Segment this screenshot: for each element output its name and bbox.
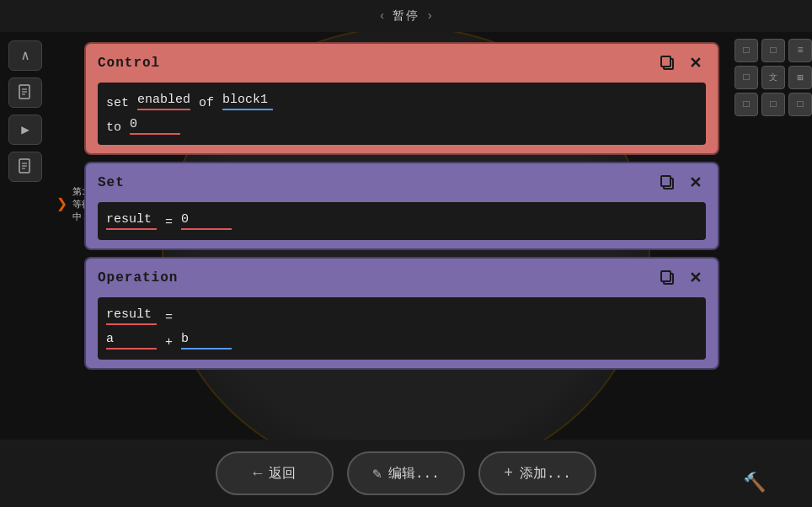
operation-card-actions: ✕ (657, 267, 706, 289)
operation-line-1: result = (106, 307, 697, 325)
right-btn-8[interactable]: □ (788, 93, 812, 116)
add-label: 添加... (520, 465, 571, 483)
svg-rect-13 (661, 271, 670, 281)
control-to-word: to (106, 120, 121, 135)
control-close-button[interactable]: ✕ (684, 52, 706, 74)
document-button[interactable] (8, 77, 42, 108)
control-card-actions: ✕ (657, 52, 706, 74)
arrow-left-icon: ‹ (379, 9, 386, 23)
operation-card-body: result = a + b (98, 297, 706, 360)
operation-close-button[interactable]: ✕ (684, 267, 706, 289)
operation-copy-button[interactable] (657, 267, 679, 289)
control-line-1: set enabled of block1 (106, 93, 697, 110)
back-icon: ← (254, 465, 263, 482)
control-value-field[interactable]: 0 (130, 117, 180, 135)
edit-button[interactable]: ✎ 编辑... (347, 451, 465, 495)
pause-title: 暂停 (393, 8, 419, 24)
control-card: Control ✕ set enabled of block1 to (84, 42, 719, 155)
play-button[interactable]: ▶ (8, 115, 42, 145)
set-equals-word: = (165, 216, 173, 230)
set-card-title: Set (98, 175, 125, 190)
top-bar: ‹ 暂停 › (0, 0, 812, 32)
add-icon: + (504, 465, 513, 482)
control-set-word: set (106, 96, 129, 110)
operation-b-field[interactable]: b (181, 332, 232, 350)
svg-rect-11 (661, 176, 670, 186)
arrow-right-icon: › (426, 9, 433, 23)
edit-label: 编辑... (388, 465, 440, 483)
operation-line-2: a + b (106, 332, 697, 350)
set-result-field[interactable]: result (106, 212, 157, 230)
operation-a-field[interactable]: a (106, 332, 157, 350)
control-enabled-field[interactable]: enabled (137, 93, 190, 110)
right-btn-5[interactable]: ⊞ (788, 66, 812, 89)
control-copy-button[interactable] (657, 52, 679, 74)
right-btn-6[interactable]: □ (735, 93, 758, 116)
set-card-body: result = 0 (98, 202, 706, 240)
set-close-button[interactable]: ✕ (684, 172, 706, 194)
set-card-actions: ✕ (657, 172, 706, 194)
back-button[interactable]: ← 返回 (216, 451, 334, 495)
right-btn-7[interactable]: □ (761, 93, 785, 116)
right-btn-4[interactable]: 文 (761, 66, 785, 89)
document2-button[interactable] (8, 152, 42, 182)
control-line-2: to 0 (106, 117, 697, 135)
set-card: Set ✕ result = 0 (84, 162, 719, 250)
operation-result-field[interactable]: result (106, 307, 157, 325)
control-card-title: Control (98, 56, 160, 71)
set-line-1: result = 0 (106, 212, 697, 230)
panels-container: Control ✕ set enabled of block1 to (84, 32, 719, 380)
right-btn-1[interactable]: □ (761, 39, 785, 62)
add-button[interactable]: + 添加... (478, 451, 596, 495)
control-block1-field[interactable]: block1 (222, 93, 273, 110)
set-value-field[interactable]: 0 (181, 212, 232, 230)
right-btn-2[interactable]: ≡ (788, 39, 812, 62)
set-copy-button[interactable] (657, 172, 679, 194)
right-panel: □ □ ≡ □ 文 ⊞ □ □ □ (728, 32, 812, 123)
control-of-word: of (199, 96, 214, 110)
edit-icon: ✎ (372, 464, 382, 483)
hammer-icon[interactable]: 🔨 (743, 472, 766, 494)
chevron-up-button[interactable]: ∧ (8, 40, 42, 71)
operation-card: Operation ✕ result = a + b (84, 257, 719, 370)
right-btn-0[interactable]: □ (735, 39, 758, 62)
bottom-bar: ← 返回 ✎ 编辑... + 添加... (0, 440, 812, 507)
right-btn-3[interactable]: □ (735, 66, 758, 89)
operation-card-title: Operation (98, 270, 178, 286)
operation-plus-word: + (165, 335, 173, 350)
svg-rect-9 (661, 56, 670, 67)
operation-card-header: Operation ✕ (98, 267, 706, 289)
set-card-header: Set ✕ (98, 172, 706, 194)
control-card-body: set enabled of block1 to 0 (98, 83, 706, 145)
left-panel: ∧ ▶ (0, 32, 51, 453)
back-label: 返回 (269, 465, 296, 483)
operation-equals-word: = (165, 311, 173, 325)
control-card-header: Control ✕ (98, 52, 706, 74)
wave-arrow-icon: ❯ (56, 193, 67, 216)
